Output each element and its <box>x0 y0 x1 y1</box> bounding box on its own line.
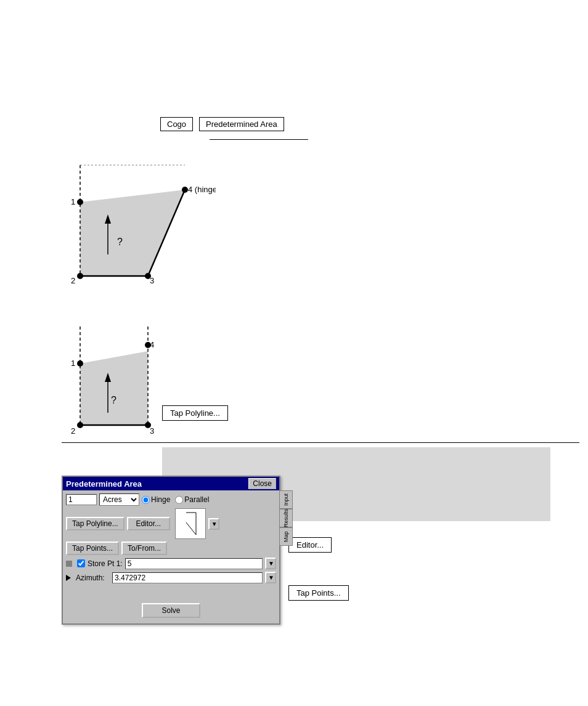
dialog-title: Predetermined Area <box>66 479 142 489</box>
header-underline <box>210 139 308 140</box>
diagram2: 1 2 3 4 ? <box>62 314 216 456</box>
svg-text:3: 3 <box>150 276 154 285</box>
svg-marker-0 <box>80 190 185 276</box>
tab-results[interactable]: Results <box>279 509 293 527</box>
azimuth-input[interactable] <box>112 572 263 583</box>
hinge-radio-label[interactable]: Hinge <box>142 495 170 504</box>
diagram2-svg: 1 2 3 4 ? <box>62 314 216 456</box>
dialog-side-tabs: Input Results Map <box>279 490 293 546</box>
editor-dialog-button[interactable]: Editor... <box>127 517 170 530</box>
unit-select[interactable]: Acres <box>99 493 139 506</box>
preview-svg <box>179 510 202 537</box>
svg-text:3: 3 <box>150 426 154 436</box>
dialog-spacer <box>66 586 276 598</box>
svg-text:2: 2 <box>71 426 75 436</box>
svg-text:4: 4 <box>150 340 154 349</box>
header-buttons: Cogo Predetermined Area <box>160 117 284 131</box>
to-from-dialog-button[interactable]: To/From... <box>121 542 167 555</box>
store-pt-input[interactable] <box>125 558 263 569</box>
azimuth-label: Azimuth: <box>76 574 110 582</box>
dialog-row-azimuth: Azimuth: ▼ <box>66 572 276 583</box>
svg-point-5 <box>77 199 83 205</box>
dialog-titlebar: Predetermined Area Close <box>63 477 279 490</box>
tap-polyline-dialog-button[interactable]: Tap Polyline... <box>66 517 125 530</box>
dialog-row-store-pt: Store Pt 1: ▼ <box>66 558 276 569</box>
dialog-close-button[interactable]: Close <box>248 478 276 489</box>
predetermined-area-dialog: Predetermined Area Close Acres Hinge Par <box>62 476 280 625</box>
svg-text:?: ? <box>111 395 116 405</box>
hinge-radio[interactable] <box>142 496 150 504</box>
hinge-parallel-group: Hinge Parallel <box>142 495 209 504</box>
svg-line-33 <box>186 522 196 535</box>
svg-point-6 <box>77 273 83 279</box>
diagram1: 1 2 3 4 (hinge) ? <box>62 153 216 294</box>
cogo-button[interactable]: Cogo <box>160 117 193 131</box>
dialog-row-polyline: Tap Polyline... Editor... ▼ <box>66 508 276 539</box>
preview-dropdown-button[interactable]: ▼ <box>208 518 219 530</box>
svg-text:?: ? <box>117 237 123 247</box>
svg-text:2: 2 <box>71 276 75 285</box>
editor-button-right[interactable]: Editor... <box>288 537 332 553</box>
store-pt-dropdown-button[interactable]: ▼ <box>265 558 276 569</box>
svg-point-8 <box>182 187 188 193</box>
svg-text:1: 1 <box>71 359 75 368</box>
svg-point-20 <box>77 360 83 367</box>
tap-points-button-right[interactable]: Tap Points... <box>288 585 349 601</box>
small-square-icon <box>66 561 72 567</box>
solve-button[interactable]: Solve <box>142 603 200 618</box>
azimuth-dropdown-button[interactable]: ▼ <box>265 572 276 583</box>
predetermined-area-header-button[interactable]: Predetermined Area <box>199 117 284 131</box>
svg-point-21 <box>77 422 83 428</box>
dialog-row-units: Acres Hinge Parallel <box>66 493 276 506</box>
store-pt-label: Store Pt 1: <box>88 559 123 568</box>
value-input[interactable] <box>66 494 97 505</box>
store-pt-checkbox[interactable] <box>77 559 85 567</box>
tab-map[interactable]: Map <box>279 527 293 546</box>
dialog-row-points: Tap Points... To/From... <box>66 542 276 555</box>
parallel-radio-label[interactable]: Parallel <box>175 495 209 504</box>
parallel-radio[interactable] <box>175 496 183 504</box>
triangle-marker-icon <box>66 575 71 581</box>
preview-box <box>175 508 206 539</box>
svg-marker-16 <box>80 351 148 425</box>
tap-points-dialog-button[interactable]: Tap Points... <box>66 542 119 555</box>
svg-text:1: 1 <box>71 197 75 206</box>
diagram1-svg: 1 2 3 4 (hinge) ? <box>62 153 216 294</box>
svg-text:4 (hinge): 4 (hinge) <box>188 185 216 194</box>
divider-line <box>62 442 579 443</box>
tab-input[interactable]: Input <box>279 490 293 509</box>
tap-polyline-button[interactable]: Tap Polyline... <box>162 405 228 421</box>
